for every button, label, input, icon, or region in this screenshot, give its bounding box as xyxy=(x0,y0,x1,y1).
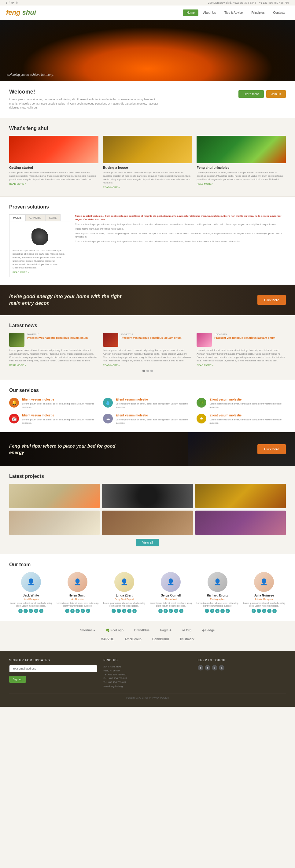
phone: +1 123 456 789 456 789 xyxy=(259,1,289,4)
sponsor-amergroup[interactable]: AmerGroup xyxy=(121,636,144,642)
sponsor-conn[interactable]: ConnBrand xyxy=(149,636,172,642)
chevron-left-icon: ◁ xyxy=(6,73,8,76)
news-read-more-1[interactable]: READ MORE » xyxy=(9,364,98,367)
signup-email-input[interactable] xyxy=(9,665,97,672)
footer-social-f[interactable]: f xyxy=(205,665,210,671)
read-more-3[interactable]: READ MORE » xyxy=(197,183,286,185)
read-more-2[interactable]: READ MORE » xyxy=(103,186,192,189)
view-all-button[interactable]: View all xyxy=(136,539,159,546)
services-title: Our services xyxy=(9,388,286,393)
sponsor-badge[interactable]: ◆ Badge xyxy=(199,627,218,633)
tab-garden[interactable]: GARDEN xyxy=(25,214,45,221)
social-f-icon-2[interactable]: f xyxy=(70,609,74,613)
social-f-icon[interactable]: f xyxy=(24,609,28,613)
sponsor-marvol[interactable]: MARVOL xyxy=(98,636,117,642)
service-title-2: Elient vesum molestie xyxy=(116,398,192,401)
social-t-icon-2[interactable]: t xyxy=(65,609,69,613)
social-t-icon-6[interactable]: t xyxy=(252,609,256,613)
news-headline-2[interactable]: Praesent ves natoque penatibus laouam on… xyxy=(121,336,182,340)
social-g-icon-6[interactable]: g xyxy=(262,609,266,613)
news-read-more-2[interactable]: READ MORE » xyxy=(103,364,192,367)
tab-home[interactable]: HOME xyxy=(9,214,25,221)
social-p-icon-3[interactable]: p xyxy=(132,609,137,613)
sponsor-eagle[interactable]: Eagle ✦ xyxy=(157,627,174,633)
linkedin-icon[interactable]: in xyxy=(16,1,18,4)
team-desc-5: Lorem ipsum dolor sit amet, cerel adia s… xyxy=(196,602,239,607)
social-f-icon-4[interactable]: f xyxy=(164,609,168,613)
banner-1-button[interactable]: Click here xyxy=(257,295,286,305)
social-in-icon-2[interactable]: in xyxy=(81,609,85,613)
navigation: feng shui Home About Us Tips & Advice Pr… xyxy=(0,5,295,20)
logo[interactable]: feng shui xyxy=(6,8,36,17)
footer-social-g[interactable]: g xyxy=(212,665,217,671)
card-text-2: Lorem ipsum dolor sit amet, caeciliae su… xyxy=(103,171,192,185)
social-g-icon-5[interactable]: g xyxy=(215,609,220,613)
social-g-icon[interactable]: g xyxy=(29,609,33,613)
social-in-icon-4[interactable]: in xyxy=(174,609,178,613)
footer-website[interactable]: www.fengshui.org xyxy=(103,685,191,688)
twitter-icon[interactable]: t xyxy=(6,1,7,4)
social-t-icon-4[interactable]: t xyxy=(158,609,163,613)
facebook-icon[interactable]: f xyxy=(9,1,10,4)
news-read-more-3[interactable]: READ MORE » xyxy=(197,364,286,367)
project-img-4[interactable] xyxy=(9,510,100,535)
copyright: © 2013 FENG SHUI. PRIVACY POLICY xyxy=(126,696,169,699)
leaf-icon: 🌿 xyxy=(197,398,206,408)
social-f-icon-3[interactable]: f xyxy=(117,609,121,613)
news-headline-3[interactable]: Praesent ves natoque penatibus laouam on… xyxy=(214,336,275,340)
banner-2-button[interactable]: Click here xyxy=(257,444,286,454)
project-img-1[interactable] xyxy=(9,484,100,508)
social-in-icon-6[interactable]: in xyxy=(267,609,271,613)
sponsor-trust[interactable]: Trustmark xyxy=(176,636,197,642)
sponsor-org[interactable]: ☯ Org xyxy=(179,627,194,633)
nav-principles[interactable]: Principles xyxy=(248,9,268,16)
social-g-icon-2[interactable]: g xyxy=(75,609,80,613)
social-g-icon-4[interactable]: g xyxy=(169,609,173,613)
social-p-icon[interactable]: p xyxy=(39,609,43,613)
project-img-5[interactable] xyxy=(102,510,193,535)
social-in-icon-5[interactable]: in xyxy=(221,609,225,613)
team-name-6: Julia Guinese xyxy=(242,594,286,597)
news-meta-1: 16/04/2015 Praesent ves natoque penatibu… xyxy=(27,333,88,347)
team-name-1: Jack White xyxy=(9,594,53,597)
google-icon[interactable]: g+ xyxy=(11,1,14,4)
sponsor-shorline[interactable]: Shorline ■ xyxy=(77,627,98,633)
join-us-button[interactable]: Join us xyxy=(266,90,286,98)
news-date-3: 16/04/2015 xyxy=(214,333,275,336)
social-p-icon-4[interactable]: p xyxy=(179,609,184,613)
tab-soul[interactable]: SOUL xyxy=(45,214,61,221)
social-f-icon-6[interactable]: f xyxy=(257,609,261,613)
social-t-icon-5[interactable]: t xyxy=(205,609,209,613)
dot-1[interactable] xyxy=(142,370,145,372)
social-g-icon-3[interactable]: g xyxy=(122,609,126,613)
footer-social-in[interactable]: in xyxy=(219,665,224,671)
social-t-icon-3[interactable]: t xyxy=(111,609,116,613)
dot-3[interactable] xyxy=(151,370,153,372)
team-social-1: t f g in p xyxy=(9,609,53,613)
social-t-icon[interactable]: t xyxy=(18,609,23,613)
social-p-icon-6[interactable]: p xyxy=(272,609,277,613)
social-in-icon[interactable]: in xyxy=(34,609,38,613)
project-img-3[interactable] xyxy=(195,484,286,508)
sponsor-eco[interactable]: 🌿 EcoLogo xyxy=(103,627,127,633)
notification-icon: 🔔 xyxy=(9,398,19,408)
nav-contacts[interactable]: Contacts xyxy=(270,9,289,16)
read-more-1[interactable]: READ MORE » xyxy=(9,183,98,185)
learn-more-button[interactable]: Learn more xyxy=(238,90,264,98)
news-headline-1[interactable]: Praesent ves natoque penatibus laouam on… xyxy=(27,336,88,340)
team-social-6: t f g in p xyxy=(242,609,286,613)
nav-home[interactable]: Home xyxy=(183,9,198,16)
project-img-2[interactable] xyxy=(102,484,193,508)
proven-read-more[interactable]: READ MORE » xyxy=(12,271,67,274)
social-p-icon-5[interactable]: p xyxy=(226,609,230,613)
dot-2[interactable] xyxy=(146,370,149,372)
signup-button[interactable]: Sign up xyxy=(9,676,26,683)
social-p-icon-2[interactable]: p xyxy=(86,609,90,613)
sponsor-brand[interactable]: BrandPlus xyxy=(131,627,153,633)
nav-about[interactable]: About Us xyxy=(200,9,220,16)
nav-tips[interactable]: Tips & Advice xyxy=(221,9,247,16)
project-img-6[interactable] xyxy=(195,510,286,535)
social-f-icon-5[interactable]: f xyxy=(210,609,214,613)
footer-social-t[interactable]: t xyxy=(198,665,203,671)
social-in-icon-3[interactable]: in xyxy=(127,609,131,613)
